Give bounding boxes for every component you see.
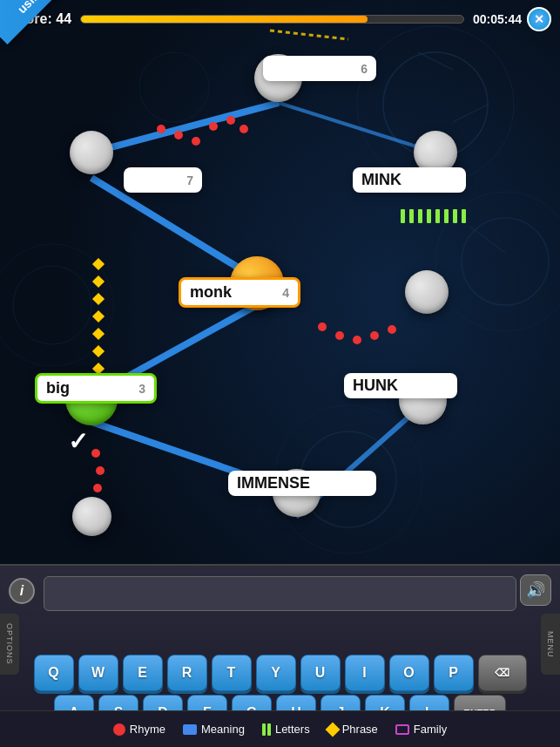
word-box-immense-text: IMMENSE bbox=[237, 474, 310, 492]
svg-point-24 bbox=[318, 323, 327, 331]
legend-family: Family bbox=[395, 723, 447, 736]
key-I[interactable]: I bbox=[345, 655, 385, 691]
svg-point-23 bbox=[240, 125, 248, 133]
node-bottom-left bbox=[72, 497, 111, 536]
legend-letters-label: Letters bbox=[275, 723, 310, 736]
word-box-hunk[interactable]: HUNK bbox=[344, 373, 457, 398]
svg-line-14 bbox=[91, 178, 257, 279]
word-box-top-text bbox=[272, 59, 276, 78]
key-backspace[interactable]: ⌫ bbox=[478, 655, 527, 691]
word-box-big-text: big bbox=[46, 379, 70, 397]
timer-display: 00:05:44 bbox=[473, 12, 522, 26]
legend-phrase: Phrase bbox=[327, 723, 378, 736]
svg-point-18 bbox=[157, 125, 165, 133]
sound-icon: 🔊 bbox=[526, 581, 545, 600]
svg-point-28 bbox=[388, 325, 396, 334]
menu-label: MENU bbox=[546, 631, 555, 658]
svg-point-26 bbox=[353, 336, 361, 344]
legend-meaning: Meaning bbox=[183, 723, 245, 736]
svg-line-47 bbox=[270, 31, 348, 39]
word-box-left-upper[interactable]: 7 bbox=[124, 167, 202, 193]
keyboard-row-1: Q W E R T Y U I O P ⌫ bbox=[0, 655, 560, 691]
menu-button[interactable]: MENU bbox=[541, 614, 560, 675]
legend-meaning-label: Meaning bbox=[201, 723, 245, 736]
info-icon: i bbox=[20, 583, 24, 599]
svg-rect-40 bbox=[409, 209, 414, 223]
svg-rect-33 bbox=[92, 275, 105, 288]
word-box-immense[interactable]: IMMENSE bbox=[228, 471, 376, 496]
word-box-hunk-text: HUNK bbox=[353, 377, 398, 395]
svg-rect-34 bbox=[92, 293, 105, 305]
bar2 bbox=[267, 723, 271, 736]
key-R[interactable]: R bbox=[167, 655, 207, 691]
legend-rhyme: Rhyme bbox=[113, 723, 165, 736]
svg-point-29 bbox=[91, 449, 100, 458]
legend-phrase-label: Phrase bbox=[342, 723, 378, 736]
key-W[interactable]: W bbox=[78, 655, 118, 691]
keyboard-input-bar bbox=[44, 576, 516, 611]
legend-family-label: Family bbox=[414, 723, 447, 736]
phrase-diamond bbox=[325, 722, 340, 737]
word-box-left-upper-num: 7 bbox=[186, 173, 193, 187]
svg-rect-36 bbox=[92, 328, 105, 340]
svg-point-30 bbox=[96, 466, 105, 475]
rhyme-dot bbox=[113, 723, 125, 736]
options-label: OPTIONS bbox=[5, 623, 14, 665]
key-Y[interactable]: Y bbox=[256, 655, 296, 691]
keyboard-area: i 🔊 Q W E R T Y U I O P ⌫ A S D F G H J … bbox=[0, 564, 560, 747]
word-box-big-num: 3 bbox=[138, 382, 145, 396]
word-box-monk-text: monk bbox=[190, 283, 232, 302]
key-P[interactable]: P bbox=[434, 655, 474, 691]
svg-rect-42 bbox=[427, 209, 431, 223]
svg-rect-43 bbox=[435, 209, 440, 223]
close-icon: ✕ bbox=[534, 12, 544, 26]
svg-line-13 bbox=[279, 103, 435, 153]
svg-rect-37 bbox=[92, 345, 105, 357]
meaning-square bbox=[183, 724, 197, 735]
svg-point-22 bbox=[226, 116, 235, 125]
word-box-mink-text: MINK bbox=[361, 171, 401, 189]
svg-rect-41 bbox=[418, 209, 422, 223]
legend-rhyme-label: Rhyme bbox=[130, 723, 165, 736]
word-box-top[interactable]: 6 bbox=[263, 56, 376, 81]
timer-progress-bar bbox=[80, 15, 464, 24]
options-button[interactable]: OPTIONS bbox=[0, 614, 19, 675]
word-box-mink[interactable]: MINK bbox=[353, 167, 466, 193]
key-T[interactable]: T bbox=[212, 655, 252, 691]
banner: Find words using the linked clues bbox=[0, 0, 135, 44]
word-box-big[interactable]: big 3 bbox=[35, 373, 157, 404]
svg-rect-39 bbox=[401, 209, 405, 223]
svg-rect-45 bbox=[453, 209, 457, 223]
banner-wrapper: Find words using the linked clues bbox=[0, 0, 135, 135]
family-box bbox=[395, 724, 409, 735]
svg-point-21 bbox=[209, 122, 218, 131]
svg-point-27 bbox=[370, 331, 379, 340]
banner-line2: using the linked clues bbox=[0, 0, 131, 32]
node-left-upper bbox=[70, 131, 113, 174]
word-box-monk[interactable]: monk 4 bbox=[179, 277, 300, 308]
key-O[interactable]: O bbox=[389, 655, 429, 691]
svg-rect-35 bbox=[92, 310, 105, 323]
legend-bar: Rhyme Meaning Letters Phrase Family bbox=[0, 710, 560, 747]
legend-letters: Letters bbox=[262, 723, 310, 736]
word-box-monk-num: 4 bbox=[282, 286, 289, 300]
node-right-mid bbox=[405, 270, 449, 314]
key-U[interactable]: U bbox=[300, 655, 341, 691]
word-box-left-upper-text bbox=[132, 171, 137, 189]
svg-point-25 bbox=[335, 331, 344, 340]
key-Q[interactable]: Q bbox=[34, 655, 74, 691]
svg-point-31 bbox=[93, 484, 102, 492]
word-box-top-num: 6 bbox=[361, 62, 368, 76]
letters-bars-icon bbox=[262, 723, 271, 736]
svg-point-19 bbox=[174, 131, 183, 139]
checkmark-big: ✓ bbox=[68, 427, 88, 456]
bar1 bbox=[262, 723, 266, 736]
svg-point-20 bbox=[192, 137, 200, 146]
key-E[interactable]: E bbox=[123, 655, 163, 691]
svg-rect-44 bbox=[444, 209, 449, 223]
sound-button[interactable]: 🔊 bbox=[520, 574, 551, 606]
close-button[interactable]: ✕ bbox=[527, 7, 551, 31]
svg-rect-32 bbox=[92, 258, 105, 270]
info-button[interactable]: i bbox=[9, 578, 35, 604]
svg-rect-46 bbox=[462, 209, 466, 223]
